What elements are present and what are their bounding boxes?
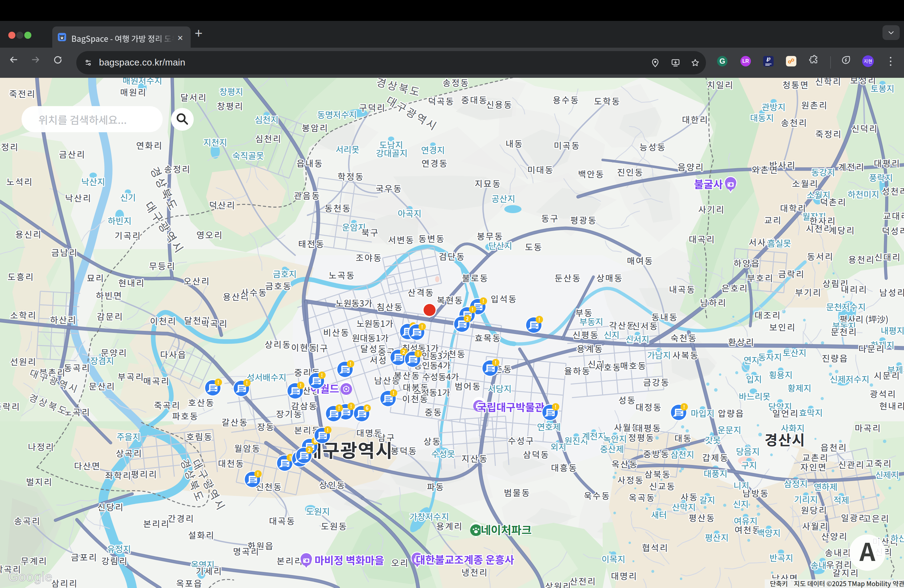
svg-text:대조리: 대조리	[755, 309, 781, 321]
svg-text:대흥동: 대흥동	[551, 461, 577, 474]
svg-text:진인동: 진인동	[617, 166, 643, 178]
svg-text:금정리: 금정리	[0, 141, 19, 153]
svg-text:노곡동: 노곡동	[329, 269, 355, 281]
svg-text:문천저수지: 문천저수지	[826, 300, 866, 313]
svg-text:내동: 내동	[506, 137, 523, 149]
svg-text:낙산리: 낙산리	[65, 191, 92, 204]
svg-text:동서리: 동서리	[807, 250, 834, 262]
svg-text:불로동: 불로동	[462, 272, 488, 284]
svg-text:!: !	[338, 404, 340, 411]
svg-text:산전리: 산전리	[570, 575, 596, 587]
svg-text:용계리: 용계리	[436, 520, 463, 532]
svg-text:소월리: 소월리	[792, 177, 819, 190]
svg-text:보인리: 보인리	[769, 321, 796, 333]
svg-text:노원동1가: 노원동1가	[357, 317, 393, 329]
svg-text:경산시: 경산시	[765, 429, 806, 449]
svg-text:삼리리: 삼리리	[51, 577, 78, 588]
svg-text:송정리: 송정리	[164, 163, 191, 175]
svg-text:상리동: 상리동	[265, 338, 291, 350]
svg-text:숙천동: 숙천동	[671, 332, 697, 344]
svg-text:!: !	[683, 403, 685, 410]
svg-text:파호동: 파호동	[172, 409, 199, 422]
svg-text:대평리: 대평리	[874, 157, 900, 169]
svg-text:하산: 하산	[890, 532, 904, 544]
svg-text:남성리: 남성리	[879, 286, 904, 298]
svg-text:감삼동: 감삼동	[291, 400, 318, 412]
svg-text:송천리: 송천리	[781, 116, 808, 128]
svg-text:덕산리: 덕산리	[209, 199, 235, 211]
svg-text:!: !	[257, 470, 259, 477]
svg-text:둔산동: 둔산동	[555, 272, 581, 284]
svg-text:지도 데이터 ©2025 TMap Mobility: 지도 데이터 ©2025 TMap Mobility	[794, 579, 891, 588]
svg-text:대한불교조계종 운흥사: 대한불교조계종 운흥사	[416, 552, 514, 567]
svg-text:하양읍: 하양읍	[734, 257, 760, 269]
svg-text:환상리: 환상리	[728, 335, 755, 348]
svg-text:신관리: 신관리	[838, 458, 864, 471]
svg-text:음양리: 음양리	[678, 161, 704, 173]
svg-text:6: 6	[366, 404, 368, 411]
svg-text:도학동: 도학동	[594, 95, 621, 107]
svg-text:동구: 동구	[541, 212, 559, 224]
svg-text:본리리: 본리리	[143, 517, 170, 530]
svg-text:산양리: 산양리	[821, 530, 848, 542]
svg-text:동자지: 동자지	[758, 351, 782, 363]
svg-text:동강지: 동강지	[811, 166, 835, 178]
svg-text:심천리: 심천리	[255, 132, 282, 145]
svg-text:!: !	[327, 426, 329, 433]
svg-text:매원리: 매원리	[120, 86, 147, 98]
svg-text:박곡리: 박곡리	[201, 317, 228, 329]
svg-text:신서동: 신서동	[632, 319, 658, 332]
svg-text:갈지리: 갈지리	[833, 566, 859, 579]
svg-text:광석리: 광석리	[870, 387, 896, 400]
svg-text:효막지: 효막지	[799, 406, 822, 419]
svg-text:대동지: 대동지	[750, 111, 774, 123]
svg-text:!: !	[417, 350, 419, 357]
svg-text:!: !	[349, 360, 351, 367]
svg-text:문천리: 문천리	[831, 326, 857, 338]
svg-text:신서지: 신서지	[626, 333, 649, 345]
svg-text:동변동: 동변동	[419, 232, 445, 245]
svg-text:덕곡동: 덕곡동	[428, 95, 454, 107]
svg-text:하빈지: 하빈지	[107, 214, 131, 227]
svg-text:자인면: 자인면	[800, 461, 827, 473]
svg-text:대정동: 대정동	[635, 401, 662, 413]
svg-text:연호제: 연호제	[537, 420, 561, 433]
svg-text:부곡리: 부곡리	[118, 370, 144, 383]
svg-text:운문지: 운문지	[718, 424, 741, 436]
svg-text:!: !	[538, 316, 540, 323]
svg-text:낙산지: 낙산지	[81, 175, 105, 188]
svg-text:백양지: 백양지	[757, 526, 781, 539]
svg-text:도동: 도동	[525, 240, 543, 253]
svg-text:협석리: 협석리	[642, 541, 669, 553]
svg-text:교대리: 교대리	[883, 209, 904, 222]
svg-text:금남리: 금남리	[51, 246, 78, 258]
svg-text:불굴사: 불굴사	[694, 176, 723, 191]
svg-text:원촌리: 원촌리	[801, 99, 828, 111]
svg-text:기리지: 기리지	[794, 493, 818, 505]
svg-text:고은리: 고은리	[863, 512, 890, 524]
svg-text:옥산동: 옥산동	[612, 458, 638, 470]
svg-text:주을지: 주을지	[117, 430, 140, 443]
svg-text:연하제: 연하제	[814, 481, 837, 493]
svg-text:삼정지: 삼정지	[784, 477, 808, 490]
svg-text:신덕리: 신덕리	[852, 122, 878, 134]
svg-text:상곡리: 상곡리	[116, 447, 142, 459]
svg-text:상원리: 상원리	[545, 580, 572, 588]
svg-text:설화리: 설화리	[188, 529, 215, 541]
svg-text:용천리: 용천리	[848, 253, 875, 266]
svg-text:송정동: 송정동	[443, 76, 469, 89]
svg-text:금포리: 금포리	[71, 551, 98, 563]
svg-text:!: !	[321, 371, 323, 379]
svg-text:정평동: 정평동	[628, 431, 654, 443]
svg-text:남방동: 남방동	[743, 487, 769, 499]
svg-text:내평지: 내평지	[880, 324, 904, 337]
svg-text:금호지: 금호지	[273, 267, 296, 280]
svg-text:무등리: 무등리	[149, 259, 175, 272]
svg-text:용수동: 용수동	[553, 93, 579, 106]
svg-text:사수동: 사수동	[241, 286, 267, 298]
svg-text:내곡동: 내곡동	[669, 283, 695, 295]
svg-text:!: !	[421, 322, 423, 330]
svg-text:사복동: 사복동	[672, 349, 699, 361]
svg-text:삼덕동: 삼덕동	[523, 448, 550, 460]
svg-text:냉천리: 냉천리	[461, 566, 488, 578]
